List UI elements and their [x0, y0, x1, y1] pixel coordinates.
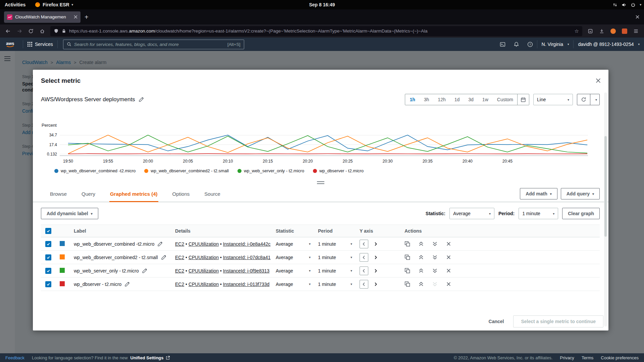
add-dynamic-label-button[interactable]: Add dynamic label ▾	[41, 208, 98, 219]
row-period-select[interactable]: 1 minute ▾	[318, 268, 360, 274]
duplicate-metric-icon[interactable]	[405, 281, 410, 287]
detail-link[interactable]: EC2	[175, 241, 184, 247]
aws-logo[interactable]: aws	[5, 40, 17, 48]
y-axis-right-button[interactable]	[371, 266, 380, 275]
y-axis-right-button[interactable]	[371, 280, 380, 289]
forward-button[interactable]	[14, 26, 25, 36]
scrollbar-thumb[interactable]	[604, 136, 607, 237]
remove-metric-icon[interactable]	[446, 241, 451, 247]
new-tab-button[interactable]: +	[80, 11, 93, 23]
edit-label-icon[interactable]	[157, 241, 163, 247]
calendar-icon[interactable]	[517, 94, 529, 105]
select-all-checkbox[interactable]	[45, 228, 51, 234]
duplicate-metric-icon[interactable]	[405, 268, 410, 274]
y-axis-left-button[interactable]	[360, 266, 368, 275]
tab-options[interactable]: Options	[172, 191, 191, 202]
caret-down-icon[interactable]: ▾	[640, 3, 641, 6]
add-query-button[interactable]: Add query ▾	[561, 188, 600, 199]
cookie-preferences-link[interactable]: Cookie preferences	[601, 355, 639, 360]
cancel-button[interactable]: Cancel	[489, 319, 504, 324]
power-icon[interactable]	[631, 2, 636, 7]
y-axis-left-button[interactable]	[360, 253, 368, 262]
metric-details[interactable]: EC2 • CPUUtilization • InstanceId: i-013…	[175, 282, 276, 287]
privacy-link[interactable]: Privacy	[560, 355, 574, 360]
row-period-select[interactable]: 1 minute ▾	[318, 241, 360, 247]
services-menu-button[interactable]: Services	[23, 38, 57, 51]
app-menu-button[interactable]: Firefox ESR ▾	[30, 0, 78, 9]
metric-details[interactable]: EC2 • CPUUtilization • InstanceId: i-07d…	[175, 255, 276, 260]
row-checkbox[interactable]	[45, 268, 51, 274]
col-header-statistic[interactable]: Statistic	[276, 228, 318, 234]
toolbar-extension-icon[interactable]	[585, 26, 596, 36]
detail-link[interactable]: EC2	[175, 282, 184, 287]
row-checkbox[interactable]	[45, 241, 51, 247]
detail-link[interactable]: EC2	[175, 255, 184, 260]
legend-item[interactable]: wp_web_dbserver_combined2 - t2.small	[144, 168, 229, 173]
move-down-icon[interactable]	[432, 281, 438, 287]
graph-resize-handle[interactable]	[317, 181, 324, 184]
time-range-1w[interactable]: 1w	[478, 94, 493, 105]
y-axis-right-button[interactable]	[371, 240, 380, 248]
terms-link[interactable]: Terms	[582, 355, 593, 360]
tab-close-icon[interactable]	[74, 15, 77, 19]
detail-link[interactable]: InstanceId: i-013f733d	[223, 282, 270, 287]
volume-icon[interactable]	[622, 2, 627, 7]
remove-metric-icon[interactable]	[446, 268, 451, 274]
help-icon[interactable]: ?	[523, 38, 537, 51]
period-select[interactable]: 1 minute ▾	[519, 208, 558, 219]
extension-icon-orange-circle[interactable]	[608, 26, 619, 36]
activities-button[interactable]: Activities	[0, 0, 30, 9]
edit-label-icon[interactable]	[161, 255, 166, 260]
detail-link[interactable]: CPUUtilization	[189, 282, 219, 287]
url-bar[interactable]: https://us-east-1.console.aws.amazon.com…	[50, 26, 582, 36]
detail-link[interactable]: CPUUtilization	[189, 255, 219, 260]
tab-browse[interactable]: Browse	[49, 191, 67, 202]
row-statistic-select[interactable]: Average ▾	[276, 255, 318, 260]
detail-link[interactable]: InstanceId: i-0f9e8313	[223, 268, 270, 274]
move-up-icon[interactable]	[418, 241, 424, 247]
remove-metric-icon[interactable]	[446, 254, 451, 260]
window-close-icon[interactable]	[636, 15, 639, 19]
lock-icon[interactable]	[61, 28, 66, 34]
time-range-1d[interactable]: 1d	[450, 94, 464, 105]
detail-link[interactable]: CPUUtilization	[189, 241, 219, 247]
time-range-1h[interactable]: 1h	[405, 94, 419, 105]
y-axis-left-button[interactable]	[360, 240, 368, 248]
chart-type-select[interactable]: Line ▾	[533, 94, 573, 105]
row-checkbox[interactable]	[45, 254, 51, 260]
legend-item[interactable]: wp_dbserver - t2.micro	[313, 168, 364, 173]
detail-link[interactable]: EC2	[175, 268, 184, 274]
detail-link[interactable]: CPUUtilization	[189, 268, 219, 274]
y-axis-right-button[interactable]	[371, 253, 380, 262]
move-up-icon[interactable]	[418, 254, 424, 260]
col-header-period[interactable]: Period	[318, 228, 360, 234]
col-header-details[interactable]: Details	[175, 228, 276, 234]
menu-icon[interactable]	[631, 26, 641, 36]
legend-item[interactable]: wp_web_dbserver_combined -t2.micro	[54, 168, 136, 173]
duplicate-metric-icon[interactable]	[405, 254, 410, 260]
select-metric-submit-button[interactable]: Select a single metric to continue	[513, 315, 603, 327]
y-axis-left-button[interactable]	[360, 280, 368, 289]
reload-button[interactable]	[25, 26, 36, 36]
dialog-close-icon[interactable]	[595, 78, 601, 83]
detail-link[interactable]: InstanceId: i-07dc8a41	[223, 255, 271, 260]
row-statistic-select[interactable]: Average ▾	[276, 241, 318, 247]
col-header-label[interactable]: Label	[70, 228, 175, 234]
cloudshell-icon[interactable]	[496, 38, 509, 51]
row-checkbox[interactable]	[45, 281, 51, 287]
row-period-select[interactable]: 1 minute ▾	[318, 282, 360, 287]
tab-source[interactable]: Source	[204, 191, 221, 202]
time-range-12h[interactable]: 12h	[433, 94, 450, 105]
duplicate-metric-icon[interactable]	[405, 241, 410, 247]
remove-metric-icon[interactable]	[446, 281, 451, 287]
browser-tab[interactable]: CloudWatch Managemen	[4, 11, 80, 23]
move-up-icon[interactable]	[418, 268, 424, 274]
clear-graph-button[interactable]: Clear graph	[562, 208, 600, 219]
move-up-icon[interactable]	[418, 281, 424, 287]
statistic-select[interactable]: Average ▾	[449, 208, 494, 219]
time-range-custom-button[interactable]: Custom	[493, 94, 529, 105]
time-range-3h[interactable]: 3h	[420, 94, 434, 105]
home-button[interactable]	[37, 26, 48, 36]
add-math-button[interactable]: Add math ▾	[520, 188, 557, 199]
unified-settings-link[interactable]: Unified Settings	[130, 355, 170, 360]
